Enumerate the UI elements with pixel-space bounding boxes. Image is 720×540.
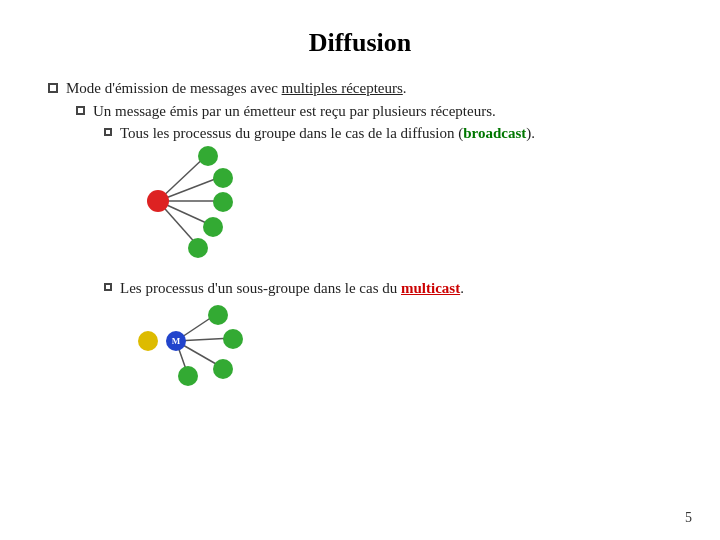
bullet-l3-text: Tous les processus du groupe dans le cas… [120, 125, 535, 142]
receiver-node-2 [213, 168, 233, 188]
bullet-l2-icon [76, 106, 85, 115]
multicast-diagram: M [128, 303, 328, 393]
bullet-l2-text: Un message émis par un émetteur est reçu… [93, 103, 496, 120]
receiver-node-4 [203, 217, 223, 237]
mc-receiver-3 [213, 359, 233, 379]
bullet-l4: Les processus d'un sous-groupe dans le c… [104, 280, 672, 297]
bullet-l1-text: Mode d'émission de messages avec multipl… [66, 80, 407, 97]
sender-node-red [147, 190, 169, 212]
slide-title: Diffusion [48, 28, 672, 58]
receiver-node-1 [198, 146, 218, 166]
bullet-l4-text: Les processus d'un sous-groupe dans le c… [120, 280, 464, 297]
m-node: M [166, 331, 186, 351]
broadcast-diagram [128, 146, 308, 266]
mc-receiver-1 [208, 305, 228, 325]
mc-receiver-4 [178, 366, 198, 386]
bullet-l3: Tous les processus du groupe dans le cas… [104, 125, 672, 142]
bullet-l1: Mode d'émission de messages avec multipl… [48, 80, 672, 97]
bullet-l2: Un message émis par un émetteur est reçu… [76, 103, 672, 120]
slide: Diffusion Mode d'émission de messages av… [0, 0, 720, 540]
bullet-l4-icon [104, 283, 112, 291]
receiver-node-3 [213, 192, 233, 212]
mc-receiver-2 [223, 329, 243, 349]
broadcast-text: broadcast [463, 125, 526, 141]
receiver-node-5 [188, 238, 208, 258]
sender-node-yellow [138, 331, 158, 351]
bullet-l1-icon [48, 83, 58, 93]
underline-text: multiples récepteurs [282, 80, 403, 96]
page-number: 5 [685, 510, 692, 526]
multicast-text: multicast [401, 280, 460, 296]
bullet-l3-icon [104, 128, 112, 136]
